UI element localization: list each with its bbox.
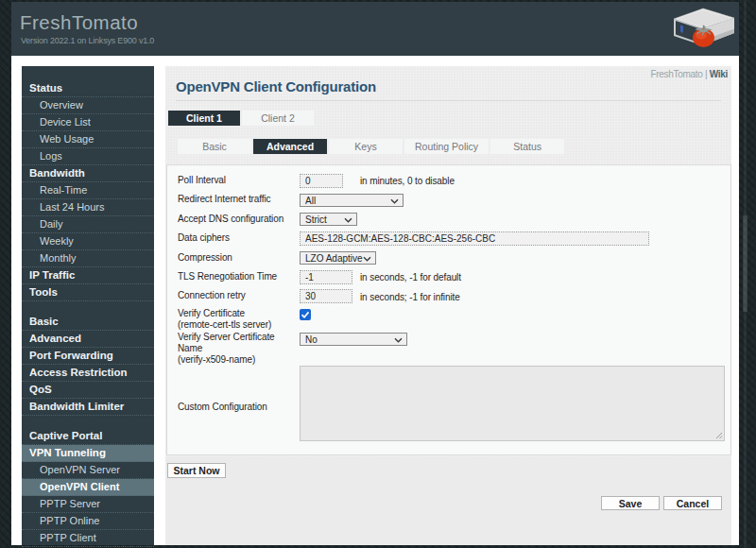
breadcrumb-separator: | <box>702 69 709 79</box>
start-now-button[interactable]: Start Now <box>167 463 226 478</box>
sidebar-item-weekly[interactable]: Weekly <box>22 233 154 250</box>
scrollbar-thumb[interactable] <box>743 215 747 312</box>
checkmark-icon <box>300 309 311 320</box>
field-note: in seconds; -1 for infinite <box>360 291 460 301</box>
sidebar-item-basic[interactable]: Basic <box>22 314 154 331</box>
cancel-button[interactable]: Cancel <box>663 496 722 510</box>
sidebar-item-ip-traffic[interactable]: IP Traffic <box>22 267 154 284</box>
field-label: Verify Server Certificate Name (verify-x… <box>178 332 300 367</box>
form-row-poll-interval: Poll Intervalin minutes, 0 to disable <box>178 171 730 190</box>
field-label: Custom Configuration <box>178 402 300 414</box>
sidebar-item-bandwidth-limiter[interactable]: Bandwidth Limiter <box>22 399 154 416</box>
form-row-redirect-internet-traffic: Redirect Internet trafficAll <box>178 190 730 209</box>
app-header: FreshTomato Version 2022.1 on Linksys E9… <box>11 2 739 56</box>
chevron-down-icon <box>394 336 403 344</box>
sidebar-item-web-usage[interactable]: Web Usage <box>22 131 154 148</box>
title-divider <box>176 100 721 101</box>
sidebar-item-last-24-hours[interactable]: Last 24 Hours <box>22 199 154 216</box>
page-container: FreshTomato Version 2022.1 on Linksys E9… <box>11 2 739 545</box>
selected-value: No <box>305 334 318 345</box>
sidebar-item-access-restriction[interactable]: Access Restriction <box>22 365 154 382</box>
resize-handle-icon[interactable] <box>715 432 723 439</box>
field-label: Poll Interval <box>178 175 300 187</box>
selected-value: LZO Adaptive <box>305 253 363 264</box>
data-ciphers-input[interactable] <box>300 231 649 246</box>
tls-renegotiation-time-input[interactable] <box>300 270 352 284</box>
sidebar-item-device-list[interactable]: Device List <box>22 114 154 131</box>
form-row-accept-dns-configuration: Accept DNS configurationStrict <box>178 210 730 229</box>
sidebar-item-daily[interactable]: Daily <box>22 216 154 233</box>
verify-certificate-checkbox[interactable] <box>300 309 311 320</box>
verify-server-certificate-select[interactable]: No <box>300 333 407 346</box>
field-label: Compression <box>178 252 300 265</box>
form-row-verify-certificate: Verify Certificate (remote-cert-tls serv… <box>178 306 730 332</box>
sidebar-item-overview[interactable]: Overview <box>22 97 154 114</box>
field-note: in seconds, -1 for default <box>360 272 461 283</box>
form-row-connection-retry: Connection retryin seconds; -1 for infin… <box>178 286 730 305</box>
selected-value: Strict <box>305 214 327 225</box>
sidebar-item-tools[interactable]: Tools <box>22 284 154 301</box>
selected-value: All <box>305 196 316 206</box>
content-footer: Start Now Save Cancel <box>165 456 731 545</box>
field-label: Connection retry <box>178 290 300 302</box>
poll-interval-input[interactable] <box>300 174 343 188</box>
tab-status[interactable]: Status <box>490 139 564 154</box>
field-label: Redirect Internet traffic <box>178 194 300 206</box>
tab-advanced[interactable]: Advanced <box>253 139 327 154</box>
section-tabs: BasicAdvancedKeysRouting PolicyStatus <box>178 139 566 154</box>
sidebar-nav: StatusOverviewDevice ListWeb UsageLogsBa… <box>22 66 154 545</box>
tab-client-2[interactable]: Client 2 <box>242 111 314 126</box>
sidebar-spacer <box>22 416 154 428</box>
sidebar-item-captive-portal[interactable]: Captive Portal <box>22 428 154 445</box>
sidebar-spacer <box>22 301 154 314</box>
tab-routing-policy[interactable]: Routing Policy <box>404 139 489 154</box>
chevron-down-icon <box>390 197 399 205</box>
sidebar-item-openvpn-client[interactable]: OpenVPN Client <box>22 479 154 496</box>
form-row-data-ciphers: Data ciphers <box>178 229 730 248</box>
breadcrumb-site: FreshTomato <box>650 69 702 79</box>
sidebar-item-qos[interactable]: QoS <box>22 382 154 399</box>
save-button[interactable]: Save <box>601 496 660 510</box>
sidebar-item-port-forwarding[interactable]: Port Forwarding <box>22 348 154 365</box>
form-row-custom-configuration: Custom Configuration <box>178 366 730 449</box>
sidebar-item-status[interactable]: Status <box>22 80 154 97</box>
form-row-tls-renegotiation-time: TLS Renegotiation Timein seconds, -1 for… <box>178 267 730 286</box>
field-label: Accept DNS configuration <box>178 214 300 226</box>
page-title: OpenVPN Client Configuration <box>176 78 376 94</box>
field-label: Data ciphers <box>178 232 300 245</box>
tab-keys[interactable]: Keys <box>329 139 403 154</box>
redirect-internet-traffic-select[interactable]: All <box>300 194 404 207</box>
tab-client-1[interactable]: Client 1 <box>168 111 240 126</box>
compression-select[interactable]: LZO Adaptive <box>300 251 376 265</box>
wiki-link[interactable]: Wiki <box>710 69 728 79</box>
accept-dns-configuration-select[interactable]: Strict <box>300 213 357 226</box>
sidebar-item-monthly[interactable]: Monthly <box>22 250 154 267</box>
sidebar-item-pptp-client[interactable]: PPTP Client <box>22 530 154 547</box>
firmware-version: Version 2022.1 on Linksys E900 v1.0 <box>21 36 154 45</box>
sidebar-item-openvpn-server[interactable]: OpenVPN Server <box>22 462 154 479</box>
chevron-down-icon <box>363 255 371 263</box>
main-content: FreshTomato | Wiki OpenVPN Client Config… <box>165 66 731 545</box>
config-form: Poll Intervalin minutes, 0 to disableRed… <box>166 164 731 455</box>
chevron-down-icon <box>344 216 352 224</box>
sidebar-item-bandwidth[interactable]: Bandwidth <box>22 165 154 182</box>
sidebar-item-real-time[interactable]: Real-Time <box>22 182 154 199</box>
tab-basic[interactable]: Basic <box>178 139 251 154</box>
form-row-verify-server-certificate: Verify Server Certificate Name (verify-x… <box>178 332 730 367</box>
sidebar-menu: StatusOverviewDevice ListWeb UsageLogsBa… <box>22 66 154 547</box>
form-row-compression: CompressionLZO Adaptive <box>178 248 730 267</box>
router-tomato-icon <box>672 7 736 50</box>
field-label: TLS Renegotiation Time <box>178 271 300 283</box>
field-note: in minutes, 0 to disable <box>360 176 455 186</box>
sidebar-item-pptp-server[interactable]: PPTP Server <box>22 496 154 513</box>
custom-configuration-textarea[interactable] <box>300 366 725 441</box>
sidebar-item-vpn-tunneling[interactable]: VPN Tunneling <box>22 445 154 462</box>
client-tabs: Client 1Client 2 <box>168 111 316 126</box>
field-label: Verify Certificate (remote-cert-tls serv… <box>178 308 300 332</box>
sidebar-item-advanced[interactable]: Advanced <box>22 331 154 348</box>
app-logo: FreshTomato <box>20 11 138 33</box>
connection-retry-input[interactable] <box>300 289 352 303</box>
sidebar-item-pptp-online[interactable]: PPTP Online <box>22 513 154 530</box>
breadcrumb: FreshTomato | Wiki <box>650 69 728 79</box>
sidebar-item-logs[interactable]: Logs <box>22 148 154 165</box>
